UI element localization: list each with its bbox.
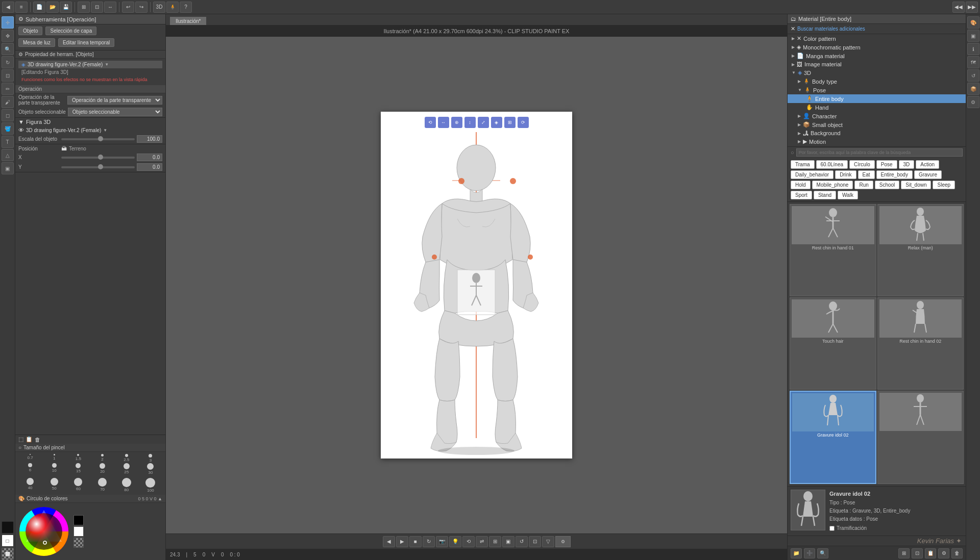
- bs-60[interactable]: 60: [66, 478, 90, 493]
- mat-manga[interactable]: ▶ 📄 Manga material: [788, 52, 966, 60]
- bs-15b[interactable]: 15: [66, 463, 90, 475]
- ctrl-extra2[interactable]: ▽: [542, 536, 554, 547]
- mat-color-pattern[interactable]: ▶ ✕ Color pattern: [788, 34, 966, 43]
- ctrl-grid[interactable]: ⊞: [489, 536, 501, 547]
- mat-bar-icon8[interactable]: 🗑: [951, 548, 963, 558]
- tag-mobile[interactable]: Mobile_phone: [812, 181, 853, 189]
- tool-pen[interactable]: ✏: [2, 83, 14, 95]
- toolbar-btn-3d[interactable]: 3D: [153, 2, 165, 13]
- mat-mono-pattern[interactable]: ▶ ◈ Monochromatic pattern: [788, 43, 966, 52]
- tramificacion-checkbox[interactable]: [829, 526, 835, 531]
- tool-brush[interactable]: 🖌: [2, 96, 14, 108]
- mat-image[interactable]: ▶ 🖼 Image material: [788, 60, 966, 68]
- terreno-icon[interactable]: 🏔: [61, 145, 67, 151]
- tag-walk[interactable]: Walk: [838, 191, 858, 199]
- bs-25b[interactable]: 25: [115, 463, 138, 475]
- toolbar-btn-redo[interactable]: ↪: [135, 2, 148, 13]
- bs-70[interactable]: 70: [91, 478, 114, 493]
- tag-entire-body[interactable]: Entire_body: [876, 170, 913, 179]
- handle-shoulder-left[interactable]: [458, 178, 464, 184]
- tool-eraser[interactable]: ◻: [2, 109, 14, 121]
- mat-bar-icon4[interactable]: ⊞: [898, 548, 910, 558]
- figure-dropdown[interactable]: ▼: [105, 62, 109, 67]
- fig-ctrl-4[interactable]: ↕: [464, 117, 476, 128]
- panel-icon1[interactable]: ⬚: [18, 436, 23, 443]
- bs-07[interactable]: 0.7: [18, 454, 42, 463]
- thumb-item-4[interactable]: Gravure idol 02: [790, 391, 876, 484]
- x-input[interactable]: [137, 154, 162, 161]
- toolbar-btn-undo[interactable]: ↩: [122, 2, 134, 13]
- bs-100[interactable]: 100: [139, 478, 162, 493]
- tag-stand[interactable]: Stand: [814, 191, 836, 199]
- mat-character[interactable]: ▶ 👤 Character: [788, 112, 966, 120]
- escala-slider[interactable]: [61, 138, 135, 140]
- tag-run[interactable]: Run: [854, 181, 873, 189]
- toolbar-btn-save[interactable]: 💾: [60, 2, 72, 13]
- canvas-scroll-area[interactable]: ⟲ ↔ ⊕ ↕ ⤢ ◈ ⊞ ⟳: [166, 37, 787, 533]
- canvas-tab-ilustracion[interactable]: Ilustración*: [170, 17, 206, 25]
- tag-60linea[interactable]: 60.0Línea: [816, 160, 848, 169]
- op-objeto-btn[interactable]: Objeto: [18, 27, 42, 35]
- tool-operation[interactable]: ✛: [2, 16, 14, 29]
- ctrl-loop[interactable]: ↺: [516, 536, 528, 547]
- mat-motion[interactable]: ▶ ▶ Motion: [788, 137, 966, 146]
- tag-gravure[interactable]: Gravure: [914, 170, 942, 179]
- mat-3d[interactable]: ▼ ◈ 3D: [788, 68, 966, 77]
- secondary-color-swatch[interactable]: [74, 526, 84, 537]
- toolbar-btn-help[interactable]: ?: [180, 2, 192, 13]
- tag-drink[interactable]: Drink: [835, 170, 856, 179]
- mat-bar-icon7[interactable]: ⚙: [938, 548, 949, 558]
- mat-bar-icon6[interactable]: 📋: [925, 548, 936, 558]
- selectable-dropdown[interactable]: Objeto seleccionable: [68, 108, 162, 116]
- handle-shoulder-right[interactable]: [510, 178, 516, 184]
- y-input[interactable]: [137, 163, 162, 171]
- fig-ctrl-7[interactable]: ⊞: [504, 117, 516, 128]
- thumb-item-2[interactable]: Touch hair: [790, 297, 876, 390]
- tag-trama[interactable]: Trama: [791, 160, 815, 169]
- bs-15[interactable]: 1.5: [66, 454, 90, 463]
- thumb-item-3[interactable]: Rest chin in hand 02: [877, 297, 964, 390]
- bs-10[interactable]: 10: [42, 463, 66, 475]
- tag-search-input[interactable]: [796, 148, 963, 157]
- op-seleccion-btn[interactable]: Selección de capa: [45, 27, 96, 35]
- mat-bar-icon3[interactable]: 🔍: [817, 548, 828, 558]
- fig-ctrl-1[interactable]: ⟲: [425, 117, 436, 128]
- ctrl-next-frame[interactable]: ▶: [396, 536, 408, 547]
- thumb-item-5[interactable]: [877, 391, 964, 484]
- bs-2[interactable]: 2: [91, 454, 114, 463]
- tag-action[interactable]: Action: [916, 160, 939, 169]
- tag-sport[interactable]: Sport: [791, 191, 812, 199]
- thumb-item-1[interactable]: Relax (man): [877, 204, 964, 296]
- mat-hand[interactable]: ✋ Hand: [788, 103, 966, 112]
- bs-80[interactable]: 80: [115, 478, 138, 493]
- right-icon-palette[interactable]: 🎨: [967, 16, 979, 29]
- right-icon-nav[interactable]: 🗺: [967, 56, 979, 68]
- x-slider[interactable]: [61, 157, 135, 159]
- bs-25[interactable]: 2.5: [115, 454, 138, 463]
- toolbar-btn-transform[interactable]: ↔: [104, 2, 116, 13]
- tool-text[interactable]: T: [2, 136, 14, 148]
- fig-ctrl-3[interactable]: ⊕: [451, 117, 462, 128]
- bs-50[interactable]: 50: [42, 478, 66, 493]
- toolbar-btn-nav1[interactable]: ◀◀: [952, 2, 965, 13]
- ctrl-extra1[interactable]: ⊡: [529, 536, 541, 547]
- toolbar-btn-pose[interactable]: 🧍: [166, 2, 179, 13]
- color-wheel-container[interactable]: [18, 506, 69, 557]
- transparent-dropdown[interactable]: Operación de la parte transparente: [67, 96, 162, 105]
- tool-shape[interactable]: △: [2, 149, 14, 161]
- tag-sitdown[interactable]: Sit_down: [901, 181, 931, 189]
- tool-zoom[interactable]: 🔍: [2, 43, 14, 55]
- fig-ctrl-5[interactable]: ⤢: [478, 117, 489, 128]
- handle-elbow-right[interactable]: [528, 254, 533, 260]
- tool-move[interactable]: ✥: [2, 30, 14, 42]
- right-icon-history[interactable]: ↺: [967, 69, 979, 82]
- mat-bar-icon1[interactable]: 📁: [791, 548, 802, 558]
- ctrl-prev-frame[interactable]: ◀: [383, 536, 395, 547]
- figura3d-eye-icon[interactable]: 👁: [18, 127, 24, 133]
- figura3d-expand[interactable]: ▼: [18, 119, 24, 125]
- tag-eat[interactable]: Eat: [858, 170, 875, 179]
- op-editar-btn[interactable]: Editar línea temporal: [58, 38, 114, 47]
- right-icon-layers[interactable]: ▣: [967, 30, 979, 42]
- fig-ctrl-2[interactable]: ↔: [438, 117, 449, 128]
- escala-input[interactable]: [137, 135, 162, 143]
